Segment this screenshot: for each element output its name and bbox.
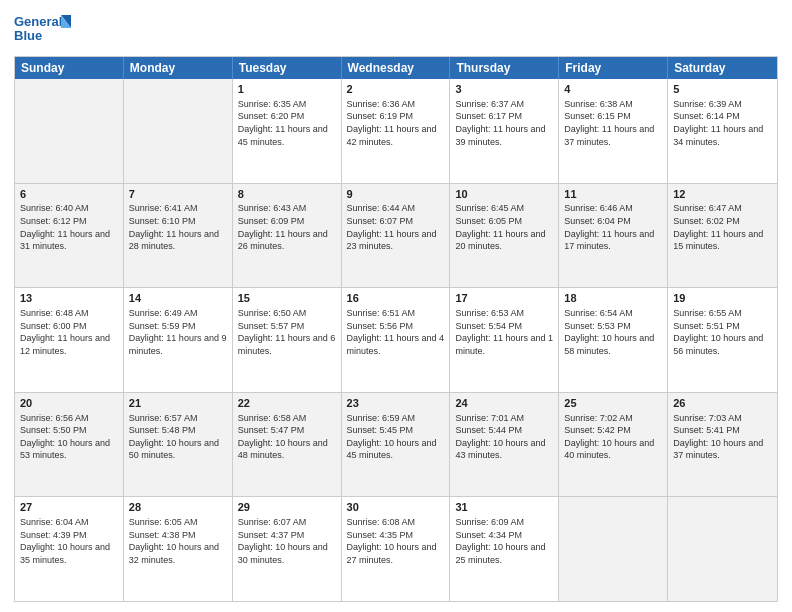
day-number: 8: [238, 187, 336, 202]
day-number: 3: [455, 82, 553, 97]
day-info: Sunrise: 6:38 AM Sunset: 6:15 PM Dayligh…: [564, 98, 662, 148]
page: General Blue SundayMondayTuesdayWednesda…: [0, 0, 792, 612]
day-cell-12: 12Sunrise: 6:47 AM Sunset: 6:02 PM Dayli…: [668, 184, 777, 288]
day-info: Sunrise: 6:46 AM Sunset: 6:04 PM Dayligh…: [564, 202, 662, 252]
day-number: 2: [347, 82, 445, 97]
day-cell-18: 18Sunrise: 6:54 AM Sunset: 5:53 PM Dayli…: [559, 288, 668, 392]
day-number: 1: [238, 82, 336, 97]
day-info: Sunrise: 7:02 AM Sunset: 5:42 PM Dayligh…: [564, 412, 662, 462]
day-info: Sunrise: 6:07 AM Sunset: 4:37 PM Dayligh…: [238, 516, 336, 566]
day-cell-16: 16Sunrise: 6:51 AM Sunset: 5:56 PM Dayli…: [342, 288, 451, 392]
day-number: 16: [347, 291, 445, 306]
day-info: Sunrise: 6:50 AM Sunset: 5:57 PM Dayligh…: [238, 307, 336, 357]
day-number: 6: [20, 187, 118, 202]
day-number: 15: [238, 291, 336, 306]
day-cell-3: 3Sunrise: 6:37 AM Sunset: 6:17 PM Daylig…: [450, 79, 559, 183]
calendar-header: SundayMondayTuesdayWednesdayThursdayFrid…: [15, 57, 777, 79]
day-number: 13: [20, 291, 118, 306]
day-cell-27: 27Sunrise: 6:04 AM Sunset: 4:39 PM Dayli…: [15, 497, 124, 601]
svg-text:General: General: [14, 14, 62, 29]
day-header-monday: Monday: [124, 57, 233, 79]
day-info: Sunrise: 6:55 AM Sunset: 5:51 PM Dayligh…: [673, 307, 772, 357]
calendar-row-1: 6Sunrise: 6:40 AM Sunset: 6:12 PM Daylig…: [15, 183, 777, 288]
calendar-row-4: 27Sunrise: 6:04 AM Sunset: 4:39 PM Dayli…: [15, 496, 777, 601]
empty-cell: [15, 79, 124, 183]
day-number: 24: [455, 396, 553, 411]
day-info: Sunrise: 6:56 AM Sunset: 5:50 PM Dayligh…: [20, 412, 118, 462]
header: General Blue: [14, 10, 778, 50]
day-header-friday: Friday: [559, 57, 668, 79]
general-blue-logo-icon: General Blue: [14, 10, 74, 50]
day-cell-31: 31Sunrise: 6:09 AM Sunset: 4:34 PM Dayli…: [450, 497, 559, 601]
day-cell-9: 9Sunrise: 6:44 AM Sunset: 6:07 PM Daylig…: [342, 184, 451, 288]
day-number: 21: [129, 396, 227, 411]
day-cell-24: 24Sunrise: 7:01 AM Sunset: 5:44 PM Dayli…: [450, 393, 559, 497]
day-info: Sunrise: 6:54 AM Sunset: 5:53 PM Dayligh…: [564, 307, 662, 357]
day-info: Sunrise: 6:36 AM Sunset: 6:19 PM Dayligh…: [347, 98, 445, 148]
day-cell-21: 21Sunrise: 6:57 AM Sunset: 5:48 PM Dayli…: [124, 393, 233, 497]
day-cell-25: 25Sunrise: 7:02 AM Sunset: 5:42 PM Dayli…: [559, 393, 668, 497]
day-number: 20: [20, 396, 118, 411]
day-number: 30: [347, 500, 445, 515]
day-number: 31: [455, 500, 553, 515]
day-cell-11: 11Sunrise: 6:46 AM Sunset: 6:04 PM Dayli…: [559, 184, 668, 288]
day-info: Sunrise: 6:45 AM Sunset: 6:05 PM Dayligh…: [455, 202, 553, 252]
day-info: Sunrise: 7:03 AM Sunset: 5:41 PM Dayligh…: [673, 412, 772, 462]
day-info: Sunrise: 6:05 AM Sunset: 4:38 PM Dayligh…: [129, 516, 227, 566]
day-cell-20: 20Sunrise: 6:56 AM Sunset: 5:50 PM Dayli…: [15, 393, 124, 497]
day-number: 26: [673, 396, 772, 411]
day-info: Sunrise: 6:39 AM Sunset: 6:14 PM Dayligh…: [673, 98, 772, 148]
day-header-wednesday: Wednesday: [342, 57, 451, 79]
day-cell-13: 13Sunrise: 6:48 AM Sunset: 6:00 PM Dayli…: [15, 288, 124, 392]
day-cell-1: 1Sunrise: 6:35 AM Sunset: 6:20 PM Daylig…: [233, 79, 342, 183]
day-header-tuesday: Tuesday: [233, 57, 342, 79]
day-info: Sunrise: 6:40 AM Sunset: 6:12 PM Dayligh…: [20, 202, 118, 252]
day-info: Sunrise: 6:51 AM Sunset: 5:56 PM Dayligh…: [347, 307, 445, 357]
day-info: Sunrise: 6:09 AM Sunset: 4:34 PM Dayligh…: [455, 516, 553, 566]
day-info: Sunrise: 6:53 AM Sunset: 5:54 PM Dayligh…: [455, 307, 553, 357]
day-number: 23: [347, 396, 445, 411]
day-cell-10: 10Sunrise: 6:45 AM Sunset: 6:05 PM Dayli…: [450, 184, 559, 288]
day-number: 4: [564, 82, 662, 97]
day-number: 11: [564, 187, 662, 202]
day-cell-29: 29Sunrise: 6:07 AM Sunset: 4:37 PM Dayli…: [233, 497, 342, 601]
day-number: 27: [20, 500, 118, 515]
day-cell-22: 22Sunrise: 6:58 AM Sunset: 5:47 PM Dayli…: [233, 393, 342, 497]
day-info: Sunrise: 6:49 AM Sunset: 5:59 PM Dayligh…: [129, 307, 227, 357]
day-info: Sunrise: 6:41 AM Sunset: 6:10 PM Dayligh…: [129, 202, 227, 252]
day-number: 18: [564, 291, 662, 306]
day-cell-4: 4Sunrise: 6:38 AM Sunset: 6:15 PM Daylig…: [559, 79, 668, 183]
day-number: 10: [455, 187, 553, 202]
day-info: Sunrise: 6:04 AM Sunset: 4:39 PM Dayligh…: [20, 516, 118, 566]
calendar-row-3: 20Sunrise: 6:56 AM Sunset: 5:50 PM Dayli…: [15, 392, 777, 497]
day-cell-6: 6Sunrise: 6:40 AM Sunset: 6:12 PM Daylig…: [15, 184, 124, 288]
day-cell-2: 2Sunrise: 6:36 AM Sunset: 6:19 PM Daylig…: [342, 79, 451, 183]
day-info: Sunrise: 6:59 AM Sunset: 5:45 PM Dayligh…: [347, 412, 445, 462]
day-number: 22: [238, 396, 336, 411]
day-cell-7: 7Sunrise: 6:41 AM Sunset: 6:10 PM Daylig…: [124, 184, 233, 288]
day-header-saturday: Saturday: [668, 57, 777, 79]
day-cell-23: 23Sunrise: 6:59 AM Sunset: 5:45 PM Dayli…: [342, 393, 451, 497]
day-number: 25: [564, 396, 662, 411]
day-cell-19: 19Sunrise: 6:55 AM Sunset: 5:51 PM Dayli…: [668, 288, 777, 392]
calendar-row-2: 13Sunrise: 6:48 AM Sunset: 6:00 PM Dayli…: [15, 287, 777, 392]
logo: General Blue: [14, 10, 74, 50]
empty-cell: [124, 79, 233, 183]
day-cell-17: 17Sunrise: 6:53 AM Sunset: 5:54 PM Dayli…: [450, 288, 559, 392]
day-header-sunday: Sunday: [15, 57, 124, 79]
day-cell-28: 28Sunrise: 6:05 AM Sunset: 4:38 PM Dayli…: [124, 497, 233, 601]
day-number: 17: [455, 291, 553, 306]
day-info: Sunrise: 6:47 AM Sunset: 6:02 PM Dayligh…: [673, 202, 772, 252]
empty-cell: [559, 497, 668, 601]
day-info: Sunrise: 6:57 AM Sunset: 5:48 PM Dayligh…: [129, 412, 227, 462]
day-number: 9: [347, 187, 445, 202]
day-info: Sunrise: 6:08 AM Sunset: 4:35 PM Dayligh…: [347, 516, 445, 566]
day-cell-5: 5Sunrise: 6:39 AM Sunset: 6:14 PM Daylig…: [668, 79, 777, 183]
day-info: Sunrise: 6:35 AM Sunset: 6:20 PM Dayligh…: [238, 98, 336, 148]
day-info: Sunrise: 6:48 AM Sunset: 6:00 PM Dayligh…: [20, 307, 118, 357]
day-cell-14: 14Sunrise: 6:49 AM Sunset: 5:59 PM Dayli…: [124, 288, 233, 392]
day-number: 28: [129, 500, 227, 515]
day-cell-30: 30Sunrise: 6:08 AM Sunset: 4:35 PM Dayli…: [342, 497, 451, 601]
day-info: Sunrise: 7:01 AM Sunset: 5:44 PM Dayligh…: [455, 412, 553, 462]
day-number: 5: [673, 82, 772, 97]
